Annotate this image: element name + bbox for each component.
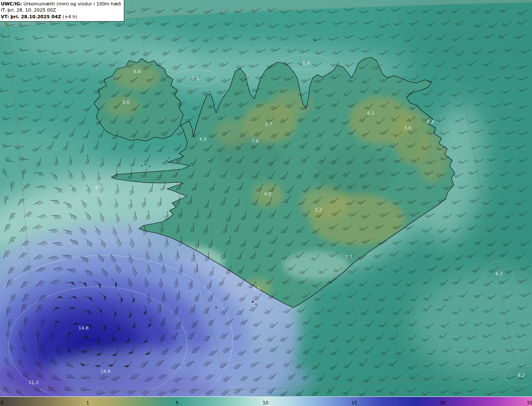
- colorbar-tick: 10: [263, 401, 268, 405]
- colorbar: 01510153050: [0, 397, 532, 406]
- colorbar-tick: 0: [1, 401, 4, 405]
- product-title: Úrkomumætti (mm) og vindur í 100m hæð: [23, 1, 121, 7]
- precip-value-label: 4.3: [199, 137, 207, 142]
- precip-value-label: 8.2: [517, 373, 525, 378]
- valid-time-line: VT: þri. 28.10.2025 04Z (+4 h): [1, 14, 121, 20]
- colorbar-tick: 5: [176, 401, 179, 405]
- precip-value-label: 11.2: [29, 380, 39, 385]
- init-time-line: IT: þri. 28. 10. 2025 00Z: [1, 7, 121, 13]
- precip-value-label: 6.2: [495, 271, 503, 276]
- model-id: UWC/IG:: [1, 1, 22, 7]
- init-label: IT:: [1, 7, 6, 13]
- colorbar-ticks: 01510153050: [0, 397, 532, 406]
- colorbar-tick: 1: [86, 401, 89, 405]
- colorbar-tick: 30: [440, 401, 445, 405]
- precip-value-label: 3.6: [404, 125, 411, 131]
- precip-value-label: 14.8: [79, 325, 89, 331]
- map-canvas: 6.87.36.93.63.74.13.66.84.37.66.14.03.23…: [0, 0, 532, 396]
- precip-value-label: 3.2: [315, 207, 322, 213]
- precip-value-label: 6.9: [303, 61, 310, 66]
- valid-time: þri. 28.10.2025 04Z: [10, 14, 61, 20]
- valid-label: VT:: [1, 14, 9, 20]
- precip-value-label: 4.0: [264, 191, 271, 197]
- precip-value-label: 7.6: [251, 139, 259, 144]
- precip-value-label: 3.7: [345, 254, 352, 260]
- precip-value-label: 6.8: [427, 119, 434, 125]
- product-title-line: UWC/IG: Úrkomumætti (mm) og vindur í 100…: [1, 1, 121, 7]
- precip-value-label: 6.1: [95, 185, 103, 191]
- init-time: þri. 28. 10. 2025 00Z: [7, 7, 56, 13]
- precip-value-label: 6.8: [133, 69, 141, 74]
- precip-value-label: 14.6: [101, 369, 111, 374]
- precip-value-label: 7.3: [192, 76, 199, 81]
- colorbar-tick: 15: [352, 401, 357, 405]
- precip-value-label: 3.6: [122, 100, 130, 105]
- precip-value-label: 4.1: [367, 110, 374, 116]
- valid-offset: (+4 h): [63, 14, 77, 20]
- precip-value-label: 3.7: [265, 121, 272, 127]
- precip-value-label: 5.5: [253, 286, 260, 291]
- product-header: UWC/IG: Úrkomumætti (mm) og vindur í 100…: [0, 0, 124, 22]
- colorbar-tick: 50: [527, 401, 532, 405]
- weather-map-page: 6.87.36.93.63.74.13.66.84.37.66.14.03.23…: [0, 0, 532, 406]
